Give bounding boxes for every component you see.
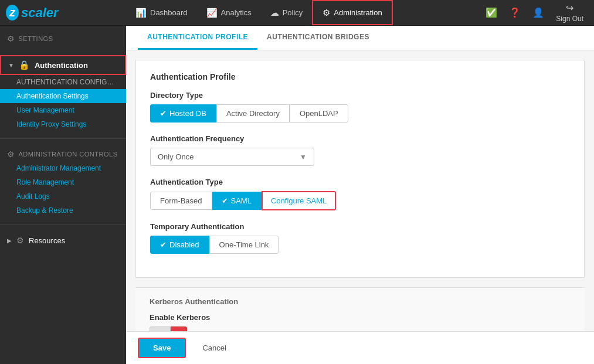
sidebar-identity-proxy[interactable]: Identity Proxy Settings <box>0 117 126 131</box>
saml-label: SAML <box>231 196 252 205</box>
user-icon[interactable]: 👤 <box>528 4 549 22</box>
nav-dashboard[interactable]: 📊 Dashboard <box>126 0 197 25</box>
bottom-bar: Save Cancel <box>126 331 594 364</box>
tab-auth-bridges-label: Authentication Bridges <box>267 33 369 41</box>
cancel-label: Cancel <box>202 343 226 352</box>
logo-area: z scaler <box>0 5 126 21</box>
temp-auth-label: Temporary Authentication <box>150 222 570 231</box>
disabled-label: Disabled <box>169 240 199 249</box>
sidebar-auth-label: Authentication <box>35 61 88 70</box>
enable-kerberos-group: Enable Kerberos ✕ <box>150 313 571 331</box>
sidebar-backup-restore[interactable]: Backup & Restore <box>0 203 126 217</box>
dropdown-arrow-icon: ▼ <box>300 153 307 161</box>
nav-policy-label: Policy <box>283 8 303 17</box>
directory-type-group: Directory Type ✔ Hosted DB Active Direct… <box>150 91 570 123</box>
gear-icon: ⚙ <box>7 34 15 43</box>
btn-hosted-db[interactable]: ✔ Hosted DB <box>150 104 216 123</box>
directory-type-options: ✔ Hosted DB Active Directory OpenLDAP <box>150 104 570 123</box>
kerberos-toggle: ✕ <box>150 326 571 331</box>
tab-auth-bridges[interactable]: Authentication Bridges <box>257 26 379 50</box>
btn-one-time-link[interactable]: One-Time Link <box>209 236 279 254</box>
logo-icon: z <box>6 5 19 21</box>
x-icon: ✕ <box>176 329 182 332</box>
sidebar-auth-config[interactable]: AUTHENTICATION CONFIGURA... <box>0 75 126 89</box>
sidebar-role-management[interactable]: Role Management <box>0 175 126 189</box>
kerberos-section: Kerberos Authentication Enable Kerberos … <box>135 287 585 331</box>
auth-profile-title: Authentication Profile <box>150 72 570 81</box>
sign-out-button[interactable]: ↪ Sign Out <box>551 2 588 23</box>
auth-frequency-value: Only Once <box>158 152 194 161</box>
sidebar-settings-section: ⚙ Settings <box>0 26 126 50</box>
auth-frequency-group: Authentication Frequency Only Once ▼ <box>150 134 570 166</box>
temp-auth-group: Temporary Authentication ✔ Disabled One-… <box>150 222 570 254</box>
main-layout: ⚙ Settings ▼ 🔒 Authentication AUTHENTICA… <box>0 26 594 364</box>
sidebar-role-management-label: Role Management <box>16 178 74 186</box>
sidebar-identity-proxy-label: Identity Proxy Settings <box>16 120 86 128</box>
btn-openldap[interactable]: OpenLDAP <box>290 104 348 123</box>
arrow-right-icon: ▶ <box>7 237 12 244</box>
sidebar-resources-label: Resources <box>29 236 65 245</box>
btn-form-based[interactable]: Form-Based <box>150 192 212 210</box>
auth-frequency-dropdown[interactable]: Only Once ▼ <box>150 148 314 166</box>
disabled-check-icon: ✔ <box>160 240 167 249</box>
configure-saml-label: Configure SAML <box>271 196 327 205</box>
form-based-label: Form-Based <box>160 196 202 205</box>
admin-cog-icon: ⚙ <box>7 149 15 159</box>
btn-active-directory[interactable]: Active Directory <box>216 104 290 123</box>
sign-out-icon: ↪ <box>566 2 573 13</box>
tab-auth-profile[interactable]: Authentication Profile <box>138 26 257 50</box>
btn-disabled[interactable]: ✔ Disabled <box>150 236 209 254</box>
top-navigation: z scaler 📊 Dashboard 📈 Analytics ☁ Polic… <box>0 0 594 26</box>
resources-icon: ⚙ <box>16 236 24 245</box>
btn-configure-saml[interactable]: Configure SAML <box>262 191 336 210</box>
sidebar-auth-settings[interactable]: Authentication Settings <box>0 89 126 103</box>
directory-type-label: Directory Type <box>150 91 570 100</box>
cancel-button[interactable]: Cancel <box>193 339 235 357</box>
sidebar-user-management-label: User Management <box>16 106 74 114</box>
sidebar-admin-controls-label: ADMINISTRATION CONTROLS <box>19 151 118 158</box>
auth-type-controls: Form-Based ✔ SAML Configure SAML <box>150 191 570 210</box>
task-icon[interactable]: ✅ <box>481 4 502 22</box>
temp-auth-options: ✔ Disabled One-Time Link <box>150 236 570 254</box>
nav-policy[interactable]: ☁ Policy <box>261 0 313 25</box>
dashboard-icon: 📊 <box>135 8 147 18</box>
auth-frequency-label: Authentication Frequency <box>150 134 570 143</box>
save-button[interactable]: Save <box>138 338 186 358</box>
form-panel: Authentication Profile Directory Type ✔ … <box>135 60 585 278</box>
hosted-db-label: Hosted DB <box>169 109 206 118</box>
sign-out-label: Sign Out <box>556 15 583 23</box>
sidebar-resources-header[interactable]: ▶ ⚙ Resources <box>0 232 126 249</box>
nav-administration[interactable]: ⚙ Administration <box>312 0 392 25</box>
sidebar-auth-parent[interactable]: ▼ 🔒 Authentication <box>0 55 126 75</box>
administration-icon: ⚙ <box>323 8 330 18</box>
kerberos-toggle-btn[interactable] <box>150 326 171 331</box>
sidebar-admin-section: ⚙ ADMINISTRATION CONTROLS Administrator … <box>0 141 126 222</box>
sidebar-audit-logs-label: Audit Logs <box>16 192 50 200</box>
sidebar-auth-settings-label: Authentication Settings <box>16 92 89 100</box>
saml-check-icon: ✔ <box>222 196 228 205</box>
nav-analytics[interactable]: 📈 Analytics <box>197 0 261 25</box>
btn-saml[interactable]: ✔ SAML <box>212 192 262 210</box>
enable-kerberos-label: Enable Kerberos <box>150 313 571 322</box>
sidebar-auth-section: ▼ 🔒 Authentication AUTHENTICATION CONFIG… <box>0 50 126 136</box>
help-icon[interactable]: ❓ <box>504 4 525 22</box>
kerberos-toggle-x[interactable]: ✕ <box>171 326 187 331</box>
openldap-label: OpenLDAP <box>300 109 338 118</box>
nav-analytics-label: Analytics <box>221 8 252 17</box>
scroll-content[interactable]: Authentication Profile Directory Type ✔ … <box>126 50 594 331</box>
sidebar-settings-label: Settings <box>19 35 53 42</box>
nav-dashboard-label: Dashboard <box>150 8 188 17</box>
sidebar-audit-logs[interactable]: Audit Logs <box>0 189 126 203</box>
hosted-db-check-icon: ✔ <box>160 109 167 118</box>
auth-type-label: Authentication Type <box>150 178 570 186</box>
sidebar-auth-config-label: AUTHENTICATION CONFIGURA... <box>16 78 126 86</box>
sidebar-admin-management[interactable]: Administrator Management <box>0 161 126 175</box>
lock-icon: 🔒 <box>19 60 30 70</box>
sidebar-backup-restore-label: Backup & Restore <box>16 206 73 215</box>
auth-type-group: Authentication Type Form-Based ✔ SAML Co… <box>150 178 570 210</box>
kerberos-title: Kerberos Authentication <box>150 297 571 306</box>
tab-bar: Authentication Profile Authentication Br… <box>126 26 594 50</box>
arrow-down-icon: ▼ <box>8 62 14 69</box>
sidebar-user-management[interactable]: User Management <box>0 103 126 117</box>
tab-auth-profile-label: Authentication Profile <box>147 33 248 41</box>
